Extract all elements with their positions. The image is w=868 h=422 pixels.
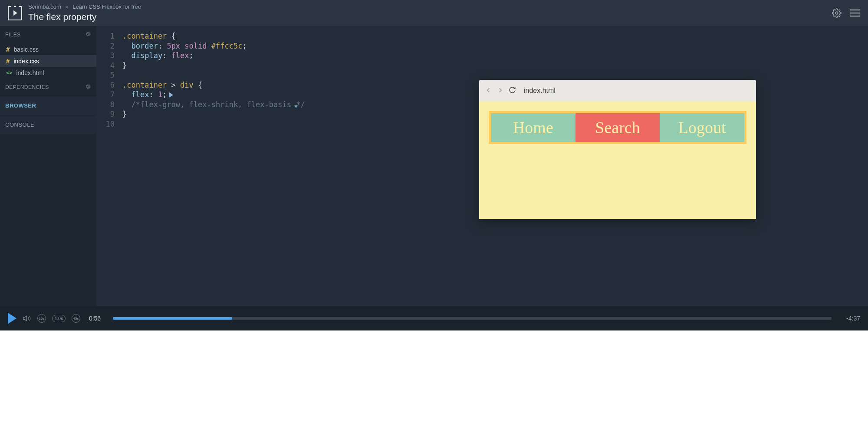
skip-back-button[interactable]: 10s bbox=[37, 314, 46, 323]
file-item-index-html[interactable]: <>index.html bbox=[0, 67, 96, 79]
playback-cursor-icon bbox=[169, 92, 173, 98]
preview-url: index.html bbox=[524, 87, 556, 95]
nav-item-logout: Logout bbox=[660, 113, 744, 142]
progress-bar[interactable] bbox=[113, 317, 832, 320]
page-footer bbox=[0, 330, 868, 422]
sidebar-files-label: FILES bbox=[5, 32, 21, 38]
scrimba-logo[interactable] bbox=[8, 6, 22, 20]
line-number: 3 bbox=[96, 51, 122, 61]
file-name: basic.css bbox=[13, 46, 39, 53]
line-number: 1 bbox=[96, 31, 122, 41]
page-title: The flex property bbox=[28, 11, 141, 23]
file-list: #basic.css#index.css<>index.html bbox=[0, 43, 96, 79]
line-number: 10 bbox=[96, 119, 122, 129]
menu-icon[interactable] bbox=[850, 8, 860, 18]
line-number: 5 bbox=[96, 70, 122, 80]
volume-icon[interactable] bbox=[23, 314, 31, 323]
sidebar-deps-label: DEPENDENCIES bbox=[5, 84, 49, 90]
playback-bar: 10s 1.0x 45s 0:56 -4:37 bbox=[0, 306, 868, 330]
progress-fill bbox=[113, 317, 232, 320]
browser-preview: index.html HomeSearchLogout bbox=[479, 80, 756, 219]
nav-item-search: Search bbox=[575, 113, 660, 142]
line-number: 8 bbox=[96, 100, 122, 110]
line-number: 7 bbox=[96, 90, 122, 100]
code-line[interactable]: 5 bbox=[96, 70, 868, 80]
current-time: 0:56 bbox=[89, 315, 101, 322]
breadcrumb-site[interactable]: Scrimba.com bbox=[28, 3, 61, 10]
css-file-icon: # bbox=[6, 58, 10, 65]
back-icon[interactable] bbox=[484, 86, 492, 95]
line-number: 9 bbox=[96, 109, 122, 119]
breadcrumb: Scrimba.com » Learn CSS Flexbox for free bbox=[28, 3, 141, 10]
sidebar-files-header: FILES bbox=[0, 26, 96, 43]
line-number: 2 bbox=[96, 41, 122, 51]
file-name: index.css bbox=[13, 58, 39, 65]
files-settings-icon[interactable] bbox=[84, 31, 91, 39]
svg-point-0 bbox=[835, 12, 838, 14]
code-line[interactable]: 2 border: 5px solid #ffcc5c; bbox=[96, 41, 868, 51]
play-button[interactable] bbox=[8, 313, 16, 324]
reload-icon[interactable] bbox=[509, 86, 516, 95]
breadcrumb-course[interactable]: Learn CSS Flexbox for free bbox=[72, 3, 141, 10]
line-number: 4 bbox=[96, 61, 122, 71]
nav-item-home: Home bbox=[491, 113, 575, 142]
playback-speed-button[interactable]: 1.0x bbox=[52, 315, 66, 322]
skip-forward-button[interactable]: 45s bbox=[72, 314, 80, 323]
sidebar-console-label: CONSOLE bbox=[5, 121, 34, 128]
code-line[interactable]: 3 display: flex; bbox=[96, 51, 868, 61]
flex-container-demo: HomeSearchLogout bbox=[489, 111, 746, 144]
line-number: 6 bbox=[96, 80, 122, 90]
remaining-time: -4:37 bbox=[846, 315, 860, 322]
file-item-basic-css[interactable]: #basic.css bbox=[0, 43, 96, 55]
sidebar-console-tab[interactable]: CONSOLE bbox=[0, 115, 96, 134]
code-line[interactable]: 4} bbox=[96, 61, 868, 71]
code-editor[interactable]: 1.container {2 border: 5px solid #ffcc5c… bbox=[96, 26, 868, 306]
file-item-index-css[interactable]: #index.css bbox=[0, 55, 96, 67]
css-file-icon: # bbox=[6, 46, 10, 53]
sidebar-browser-label: BROWSER bbox=[5, 102, 36, 109]
breadcrumb-separator: » bbox=[65, 3, 68, 10]
forward-icon[interactable] bbox=[496, 86, 504, 95]
svg-marker-3 bbox=[23, 316, 27, 321]
sidebar-browser-tab[interactable]: BROWSER bbox=[0, 96, 96, 115]
html-file-icon: <> bbox=[6, 70, 12, 76]
app-header: Scrimba.com » Learn CSS Flexbox for free… bbox=[0, 0, 868, 26]
preview-toolbar: index.html bbox=[479, 80, 756, 101]
sidebar-dependencies-header: DEPENDENCIES bbox=[0, 79, 96, 96]
code-line[interactable]: 1.container { bbox=[96, 31, 868, 41]
file-name: index.html bbox=[16, 69, 44, 76]
settings-icon[interactable] bbox=[832, 8, 842, 18]
deps-settings-icon[interactable] bbox=[84, 83, 91, 92]
sidebar: FILES #basic.css#index.css<>index.html D… bbox=[0, 26, 96, 306]
preview-viewport: HomeSearchLogout bbox=[479, 101, 756, 219]
